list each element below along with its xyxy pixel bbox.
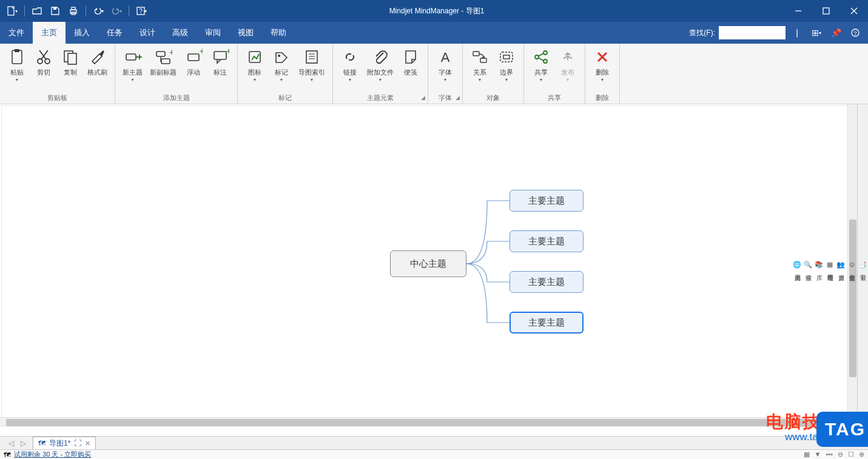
- qat-help-button[interactable]: ?▾: [133, 2, 150, 19]
- minimize-button[interactable]: [784, 0, 812, 22]
- ribbon-button-index[interactable]: 导图索引▼: [295, 46, 329, 83]
- ribbon-button-icons[interactable]: 图标▼: [241, 46, 268, 83]
- ribbon-button-brush[interactable]: 格式刷: [84, 46, 111, 78]
- right-panel-tab-6[interactable]: 🌐浏览器: [792, 104, 802, 427]
- document-tab[interactable]: 🗺 导图1* ⛶ ✕: [33, 437, 96, 450]
- zoom-out-icon[interactable]: ⊖: [838, 451, 843, 458]
- filter-icon[interactable]: ▼: [815, 451, 821, 458]
- ribbon-button-cut[interactable]: 剪切: [30, 46, 57, 78]
- menu-item-1[interactable]: 主页: [33, 22, 66, 44]
- ribbon-button-newtopic[interactable]: 新主题▼: [119, 46, 146, 83]
- menu-item-7[interactable]: 视图: [229, 22, 262, 44]
- qat-print-button[interactable]: [65, 2, 82, 19]
- qat-undo-button[interactable]: ▾: [90, 2, 107, 19]
- right-panel-tab-0[interactable]: 📑索引: [857, 104, 868, 427]
- menu-item-8[interactable]: 帮助: [262, 22, 295, 44]
- branch-topic-node[interactable]: 主要主题: [510, 230, 584, 252]
- menu-item-3[interactable]: 任务: [98, 22, 131, 44]
- subtopic-icon: +: [153, 47, 173, 67]
- publish-icon: [558, 47, 577, 67]
- right-panel-tab-2[interactable]: 👥资源: [835, 104, 846, 427]
- panel-tab-icon: ▦: [827, 261, 833, 269]
- panel-tab-icon: 🔍: [804, 261, 812, 269]
- svg-point-43: [535, 55, 539, 59]
- tag-icon: [272, 47, 291, 67]
- ribbon-button-label: 标记: [275, 68, 288, 77]
- pin-icon[interactable]: 📌: [828, 28, 844, 38]
- more-icon[interactable]: •••: [826, 451, 833, 458]
- svg-rect-21: [126, 54, 136, 60]
- zoom-in-icon[interactable]: ⊕: [859, 451, 864, 458]
- ribbon-group-label: 剪贴板: [0, 92, 115, 104]
- right-panel-tab-1[interactable]: ⊙任务信息: [846, 104, 857, 427]
- branch-topic-node[interactable]: 主要主题: [510, 271, 584, 293]
- tab-nav-next[interactable]: ▷: [17, 439, 29, 447]
- menu-item-4[interactable]: 设计: [131, 22, 164, 44]
- ribbon-button-link[interactable]: 链接▼: [337, 46, 363, 83]
- chevron-down-icon: ▼: [443, 78, 448, 82]
- panel-tab-icon: 👥: [836, 261, 845, 269]
- ribbon-button-tag[interactable]: 标记▼: [268, 46, 295, 83]
- trial-link[interactable]: 试用剩余 30 天 - 立即购买: [14, 450, 91, 459]
- quick-access-toolbar: ▾ ▾ ▾ ?▾: [0, 2, 150, 19]
- ribbon-button-note[interactable]: 便笺: [397, 46, 424, 78]
- qat-redo-button[interactable]: ▾: [108, 2, 125, 19]
- ribbon-button-delete[interactable]: 删除▼: [589, 46, 616, 83]
- help-icon[interactable]: ?: [847, 28, 863, 37]
- chevron-down-icon: ▼: [15, 78, 19, 82]
- ribbon-button-callout[interactable]: +标注: [207, 46, 234, 78]
- menu-item-6[interactable]: 审阅: [197, 22, 229, 44]
- scroll-thumb[interactable]: [6, 419, 825, 426]
- ribbon-button-boundary[interactable]: 边界▼: [493, 46, 520, 83]
- ribbon: 粘贴▼剪切复制格式刷剪贴板新主题▼+新副标题+浮动+标注添加主题图标▼标记▼导图…: [0, 44, 868, 104]
- ribbon-button-label: 关系: [473, 68, 486, 77]
- chevron-down-icon: ▼: [348, 78, 352, 82]
- ribbon-button-attach[interactable]: 附加文件▼: [363, 46, 397, 83]
- right-panel-tab-5[interactable]: 🔍搜索: [802, 104, 813, 427]
- ribbon-button-share[interactable]: 共享▼: [528, 46, 554, 83]
- ribbon-button-label: 浮动: [187, 68, 200, 77]
- index-icon: [302, 47, 321, 67]
- svg-rect-40: [480, 58, 486, 62]
- group-expand-icon[interactable]: ◢: [421, 95, 425, 101]
- ribbon-button-label: 附加文件: [367, 68, 394, 77]
- boundary-icon: [497, 47, 516, 67]
- tab-close-icon[interactable]: ✕: [85, 440, 90, 447]
- central-topic-node[interactable]: 中心主题: [390, 250, 466, 277]
- right-panel-tab-4[interactable]: 📚库: [813, 104, 824, 427]
- menu-item-2[interactable]: 插入: [66, 22, 98, 44]
- chevron-down-icon: ▼: [310, 78, 314, 82]
- qat-save-button[interactable]: [47, 2, 64, 19]
- canvas[interactable]: 中心主题 主要主题 主要主题 主要主题 主要主题: [1, 106, 857, 427]
- panel-tab-icon: 📑: [858, 261, 867, 269]
- svg-rect-25: [156, 52, 165, 56]
- ribbon-button-font[interactable]: A字体▼: [432, 46, 459, 83]
- search-input[interactable]: [719, 26, 786, 39]
- right-panel-tab-3[interactable]: ▦导图组件: [824, 104, 835, 427]
- ribbon-button-publish: 发布▼: [554, 46, 581, 83]
- ribbon-button-label: 剪切: [37, 68, 50, 77]
- maximize-button[interactable]: [812, 0, 840, 22]
- branch-topic-node-selected[interactable]: 主要主题: [510, 312, 584, 333]
- qat-new-button[interactable]: ▾: [4, 2, 21, 19]
- qat-open-button[interactable]: [29, 2, 45, 19]
- ribbon-button-paste[interactable]: 粘贴▼: [4, 46, 30, 83]
- menu-item-5[interactable]: 高级: [164, 22, 197, 44]
- ribbon-button-copy[interactable]: 复制: [57, 46, 84, 78]
- view-icon[interactable]: ▦: [804, 451, 810, 458]
- status-right: ▦ ▼ ••• ⊖ ☐ ⊕: [804, 451, 864, 458]
- tab-nav-prev[interactable]: ◁: [5, 439, 17, 447]
- branch-topic-node[interactable]: 主要主题: [510, 190, 584, 212]
- ribbon-button-relation[interactable]: 关系▼: [466, 46, 493, 83]
- qat-separator: [129, 5, 129, 16]
- tab-expand-icon[interactable]: ⛶: [74, 439, 81, 447]
- scrollbar-horizontal[interactable]: [0, 417, 847, 427]
- group-expand-icon[interactable]: ◢: [456, 95, 460, 101]
- ribbon-button-subtopic[interactable]: +新副标题: [146, 46, 180, 78]
- layout-icon[interactable]: ⊞▾: [809, 28, 824, 38]
- menu-item-0[interactable]: 文件: [0, 22, 33, 44]
- close-button[interactable]: [840, 0, 868, 22]
- svg-text:+: +: [200, 48, 203, 56]
- ribbon-button-float[interactable]: +浮动: [180, 46, 207, 78]
- fit-icon[interactable]: ☐: [848, 451, 854, 458]
